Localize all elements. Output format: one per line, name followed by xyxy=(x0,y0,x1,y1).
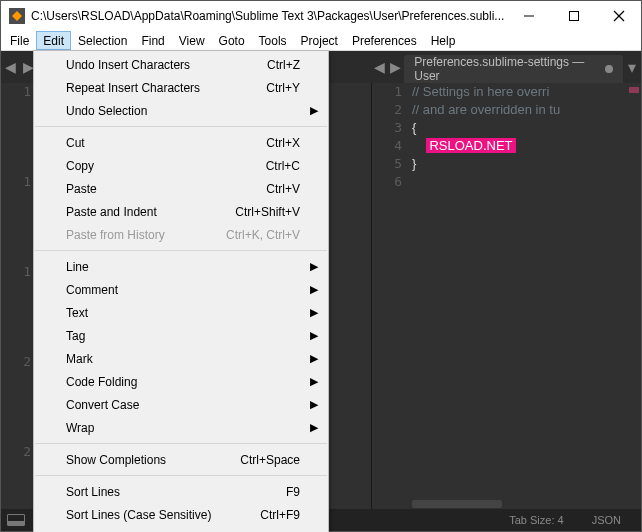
horizontal-scrollbar[interactable] xyxy=(412,499,625,509)
minimap[interactable] xyxy=(625,83,641,509)
line-number: 1 xyxy=(372,83,412,101)
menu-item-label: Comment xyxy=(66,283,118,297)
menu-item[interactable]: Text▶ xyxy=(34,301,328,324)
submenu-arrow-icon: ▶ xyxy=(310,329,318,342)
menu-view[interactable]: View xyxy=(172,31,212,50)
line-number: 6 xyxy=(372,173,412,191)
edit-menu-dropdown: Undo Insert CharactersCtrl+ZRepeat Inser… xyxy=(33,50,329,532)
tab-scroll-left-icon[interactable]: ◀ xyxy=(1,51,19,83)
window-title: C:\Users\RSLOAD\AppData\Roaming\Sublime … xyxy=(31,9,506,23)
menu-item-shortcut: Ctrl+Shift+V xyxy=(235,205,300,219)
menu-goto[interactable]: Goto xyxy=(212,31,252,50)
dirty-indicator-icon xyxy=(605,65,612,73)
menu-separator xyxy=(35,126,327,127)
menu-item[interactable]: Undo Selection▶ xyxy=(34,99,328,122)
menu-item[interactable]: Comment▶ xyxy=(34,278,328,301)
submenu-arrow-icon: ▶ xyxy=(310,260,318,273)
menu-item[interactable]: Sort Lines (Case Sensitive)Ctrl+F9 xyxy=(34,503,328,526)
menu-item-label: Paste from History xyxy=(66,228,165,242)
menu-item-label: Tag xyxy=(66,329,85,343)
code-line: // Settings in here overri xyxy=(412,83,625,101)
menu-item-shortcut: Ctrl+V xyxy=(266,182,300,196)
menu-item[interactable]: PasteCtrl+V xyxy=(34,177,328,200)
menu-item-shortcut: Ctrl+Space xyxy=(240,453,300,467)
menu-project[interactable]: Project xyxy=(294,31,345,50)
tabbar-right-pane: ◀ ▶ Preferences.sublime-settings — User … xyxy=(371,51,641,83)
line-number: 4 xyxy=(372,137,412,155)
status-tab-size[interactable]: Tab Size: 4 xyxy=(495,514,577,526)
menu-item-shortcut: Ctrl+C xyxy=(266,159,300,173)
code-line: } xyxy=(412,155,625,173)
close-button[interactable] xyxy=(596,1,641,31)
line-number: 2 xyxy=(372,101,412,119)
menu-item[interactable]: Undo Insert CharactersCtrl+Z xyxy=(34,53,328,76)
menu-item[interactable]: Sort LinesF9 xyxy=(34,480,328,503)
menu-item-shortcut: Ctrl+Z xyxy=(267,58,300,72)
highlighted-text: RSLOAD.NET xyxy=(426,138,515,153)
menu-tools[interactable]: Tools xyxy=(252,31,294,50)
menu-edit[interactable]: Edit xyxy=(36,31,71,50)
menu-item-label: Wrap xyxy=(66,421,94,435)
menu-help[interactable]: Help xyxy=(424,31,463,50)
status-syntax[interactable]: JSON xyxy=(578,514,635,526)
titlebar: C:\Users\RSLOAD\AppData\Roaming\Sublime … xyxy=(1,1,641,31)
menu-item[interactable]: Line▶ xyxy=(34,255,328,278)
tab-scroll-left-icon[interactable]: ◀ xyxy=(371,51,388,83)
submenu-arrow-icon: ▶ xyxy=(310,421,318,434)
menu-separator xyxy=(35,250,327,251)
menu-item-shortcut: Ctrl+F9 xyxy=(260,508,300,522)
line-number: 3 xyxy=(372,119,412,137)
scrollbar-thumb[interactable] xyxy=(412,500,502,508)
submenu-arrow-icon: ▶ xyxy=(310,375,318,388)
code-line: { xyxy=(412,119,625,137)
menu-find[interactable]: Find xyxy=(134,31,171,50)
menu-item[interactable]: Convert Case▶ xyxy=(34,393,328,416)
maximize-button[interactable] xyxy=(551,1,596,31)
menu-item[interactable]: Wrap▶ xyxy=(34,416,328,439)
menu-item[interactable]: Mark▶ xyxy=(34,347,328,370)
tab-menu-icon[interactable]: ▾ xyxy=(623,51,641,83)
menu-item-shortcut: Ctrl+X xyxy=(266,136,300,150)
menu-item[interactable]: Code Folding▶ xyxy=(34,370,328,393)
menu-file[interactable]: File xyxy=(3,31,36,50)
menu-item-label: Copy xyxy=(66,159,94,173)
menu-item[interactable]: CopyCtrl+C xyxy=(34,154,328,177)
minimize-button[interactable] xyxy=(506,1,551,31)
submenu-arrow-icon: ▶ xyxy=(310,352,318,365)
menu-item[interactable]: CutCtrl+X xyxy=(34,131,328,154)
menu-preferences[interactable]: Preferences xyxy=(345,31,424,50)
tab-preferences[interactable]: Preferences.sublime-settings — User xyxy=(404,55,622,83)
menu-separator xyxy=(35,443,327,444)
window-controls xyxy=(506,1,641,31)
menu-separator xyxy=(35,475,327,476)
menu-item[interactable]: Repeat Insert CharactersCtrl+Y xyxy=(34,76,328,99)
svg-rect-1 xyxy=(569,12,578,21)
menu-item-label: Repeat Insert Characters xyxy=(66,81,200,95)
submenu-arrow-icon: ▶ xyxy=(310,398,318,411)
menu-item-label: Show Completions xyxy=(66,453,166,467)
tab-scroll-right-icon[interactable]: ▶ xyxy=(388,51,405,83)
menu-item-label: Convert Case xyxy=(66,398,139,412)
code-line: RSLOAD.NET xyxy=(412,137,625,155)
menu-item-shortcut: Ctrl+K, Ctrl+V xyxy=(226,228,300,242)
menu-item[interactable]: Tag▶ xyxy=(34,324,328,347)
panel-toggle-icon[interactable] xyxy=(7,514,25,526)
code-line xyxy=(412,173,625,191)
menu-item[interactable]: Permute Lines▶ xyxy=(34,526,328,532)
menu-item-label: Paste and Indent xyxy=(66,205,157,219)
menu-item-shortcut: Ctrl+Y xyxy=(266,81,300,95)
menu-item[interactable]: Show CompletionsCtrl+Space xyxy=(34,448,328,471)
code-content[interactable]: // Settings in here overri // and are ov… xyxy=(412,83,625,509)
menu-item-label: Undo Selection xyxy=(66,104,147,118)
menu-item-label: Text xyxy=(66,306,88,320)
code-line: // and are overridden in tu xyxy=(412,101,625,119)
menu-item-shortcut: F9 xyxy=(286,485,300,499)
app-icon xyxy=(9,8,25,24)
menu-item-label: Line xyxy=(66,260,89,274)
submenu-arrow-icon: ▶ xyxy=(310,104,318,117)
menu-item[interactable]: Paste and IndentCtrl+Shift+V xyxy=(34,200,328,223)
menubar: FileEditSelectionFindViewGotoToolsProjec… xyxy=(1,31,641,51)
editor-pane-right[interactable]: 123456 // Settings in here overri // and… xyxy=(371,83,641,509)
menu-selection[interactable]: Selection xyxy=(71,31,134,50)
line-number: 5 xyxy=(372,155,412,173)
